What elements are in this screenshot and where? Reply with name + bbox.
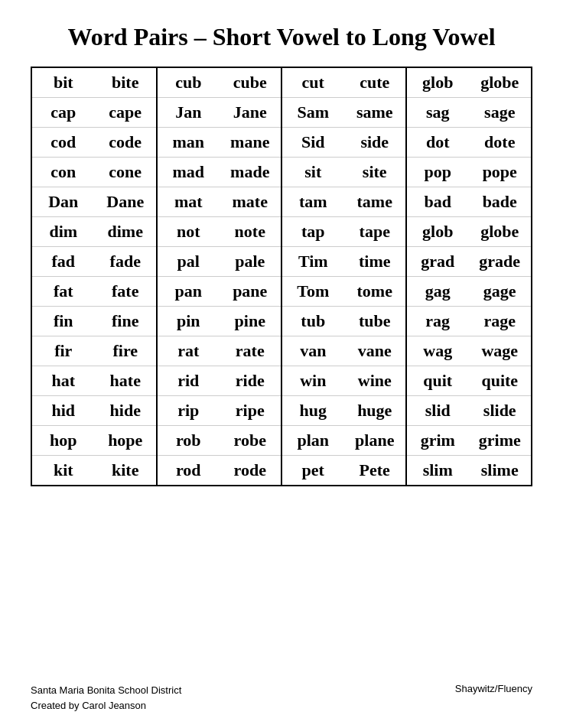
table-cell: hope xyxy=(95,426,158,456)
table-cell: bit xyxy=(32,68,95,98)
table-cell: Tim xyxy=(282,247,344,277)
table-cell: cube xyxy=(220,68,282,98)
table-cell: wine xyxy=(344,366,407,396)
table-cell: Jan xyxy=(157,98,220,128)
table-cell: mat xyxy=(157,187,220,217)
table-cell: dim xyxy=(32,217,95,247)
table-cell: made xyxy=(220,158,282,187)
table-row: hidhideripripehughugeslidslide xyxy=(32,396,531,426)
table-cell: cape xyxy=(95,98,158,128)
table-cell: hug xyxy=(282,396,344,426)
table-cell: pine xyxy=(220,307,282,336)
table-cell: hid xyxy=(32,396,95,426)
table-cell: Dane xyxy=(95,187,158,217)
table-cell: dote xyxy=(469,128,532,158)
table-cell: huge xyxy=(344,396,407,426)
table-cell: glob xyxy=(406,68,469,98)
table-cell: Pete xyxy=(344,456,407,486)
table-cell: tome xyxy=(344,277,407,307)
table-cell: van xyxy=(282,336,344,366)
table-cell: slid xyxy=(406,396,469,426)
table-cell: mane xyxy=(220,128,282,158)
table-cell: rode xyxy=(220,456,282,486)
table-cell: man xyxy=(157,128,220,158)
table-cell: pale xyxy=(220,247,282,277)
table-cell: plan xyxy=(282,426,344,456)
table-row: firfireratratevanvanewagwage xyxy=(32,336,531,366)
table-cell: robe xyxy=(220,426,282,456)
table-cell: sag xyxy=(406,98,469,128)
table-cell: Tom xyxy=(282,277,344,307)
table-cell: pop xyxy=(406,158,469,187)
table-cell: fin xyxy=(32,307,95,336)
page: Word Pairs – Short Vowel to Long Vowel b… xyxy=(0,0,563,728)
table-cell: grime xyxy=(469,426,532,456)
table-cell: sage xyxy=(469,98,532,128)
table-cell: pope xyxy=(469,158,532,187)
table-cell: ripe xyxy=(220,396,282,426)
table-cell: tape xyxy=(344,217,407,247)
table-cell: bite xyxy=(95,68,158,98)
table-cell: gag xyxy=(406,277,469,307)
table-cell: tube xyxy=(344,307,407,336)
table-cell: sit xyxy=(282,158,344,187)
table-cell: rob xyxy=(157,426,220,456)
table-cell: pane xyxy=(220,277,282,307)
table-cell: site xyxy=(344,158,407,187)
table-cell: mad xyxy=(157,158,220,187)
table-cell: cone xyxy=(95,158,158,187)
table-cell: same xyxy=(344,98,407,128)
table-cell: wag xyxy=(406,336,469,366)
table-cell: rip xyxy=(157,396,220,426)
table-cell: fat xyxy=(32,277,95,307)
table-cell: mate xyxy=(220,187,282,217)
table-row: hophoperobrobeplanplanegrimgrime xyxy=(32,426,531,456)
table-cell: cut xyxy=(282,68,344,98)
table-row: fadfadepalpaleTimtimegradgrade xyxy=(32,247,531,277)
table-cell: kite xyxy=(95,456,158,486)
table-cell: not xyxy=(157,217,220,247)
table-row: conconemadmadesitsitepoppope xyxy=(32,158,531,187)
table-cell: hate xyxy=(95,366,158,396)
table-cell: wage xyxy=(469,336,532,366)
table-cell: fir xyxy=(32,336,95,366)
table-cell: slim xyxy=(406,456,469,486)
table-cell: note xyxy=(220,217,282,247)
table-row: codcodemanmaneSidsidedotdote xyxy=(32,128,531,158)
table-cell: plane xyxy=(344,426,407,456)
table-cell: pal xyxy=(157,247,220,277)
table-cell: side xyxy=(344,128,407,158)
table-cell: dime xyxy=(95,217,158,247)
word-table: bitbitecubcubecutcuteglobglobecapcapeJan… xyxy=(32,68,531,485)
table-cell: Sam xyxy=(282,98,344,128)
table-cell: cap xyxy=(32,98,95,128)
word-table-wrapper: bitbitecubcubecutcuteglobglobecapcapeJan… xyxy=(31,67,532,486)
table-cell: bad xyxy=(406,187,469,217)
footer-left: Santa Maria Bonita School District Creat… xyxy=(31,683,181,713)
table-row: fatfatepanpaneTomtomegaggage xyxy=(32,277,531,307)
page-title: Word Pairs – Short Vowel to Long Vowel xyxy=(31,23,532,51)
table-row: DanDanematmatetamtamebadbade xyxy=(32,187,531,217)
table-cell: kit xyxy=(32,456,95,486)
table-cell: fire xyxy=(95,336,158,366)
table-cell: quit xyxy=(406,366,469,396)
table-cell: fine xyxy=(95,307,158,336)
table-cell: fad xyxy=(32,247,95,277)
table-cell: rag xyxy=(406,307,469,336)
table-cell: cub xyxy=(157,68,220,98)
table-cell: hop xyxy=(32,426,95,456)
table-cell: Dan xyxy=(32,187,95,217)
footer-right: Shaywitz/Fluency xyxy=(455,683,532,713)
table-cell: Sid xyxy=(282,128,344,158)
footer-line1: Santa Maria Bonita School District xyxy=(31,683,181,698)
table-row: finfinepinpinetubtuberagrage xyxy=(32,307,531,336)
table-cell: hat xyxy=(32,366,95,396)
table-cell: slide xyxy=(469,396,532,426)
footer-line2: Created by Carol Jeanson xyxy=(31,698,181,713)
table-cell: time xyxy=(344,247,407,277)
table-cell: slime xyxy=(469,456,532,486)
table-cell: grad xyxy=(406,247,469,277)
table-cell: tub xyxy=(282,307,344,336)
table-cell: cod xyxy=(32,128,95,158)
table-row: hathateridridewinwinequitquite xyxy=(32,366,531,396)
